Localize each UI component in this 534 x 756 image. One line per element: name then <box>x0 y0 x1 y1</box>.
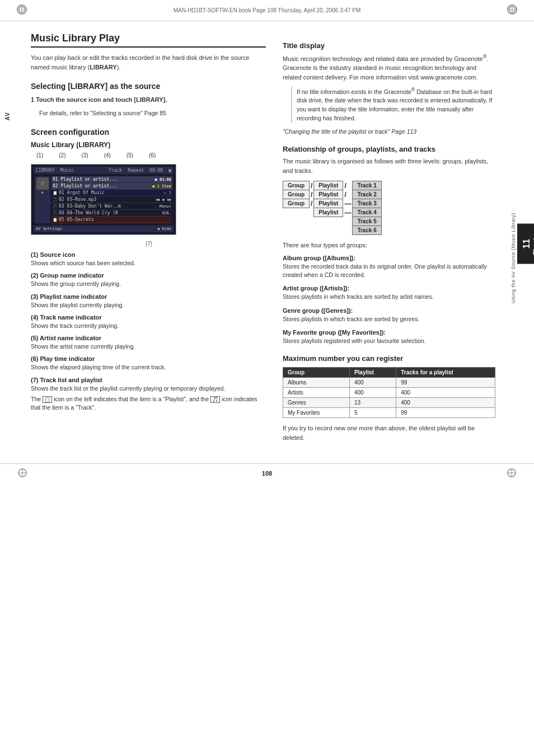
group-myfavorites: My Favorite group ([My Favorites]): Stor… <box>283 329 495 345</box>
group-albums-text: Stores the recorded track data in its or… <box>283 262 495 279</box>
label-3: (3) <box>81 152 88 158</box>
playlist-cell-2: Playlist <box>314 190 343 199</box>
playlist-cell-1: Playlist <box>314 181 343 190</box>
track-row-6: Track 6 <box>283 226 382 235</box>
file-info: MAN-HD1BT-SOFTW-EN.book Page 108 Thursda… <box>174 7 361 13</box>
item-7-desc: Shows the track list or the playlist cur… <box>31 384 266 393</box>
track-row-5: Track 5 <box>283 217 382 226</box>
track-relationship-diagram: Group / Playlist / Track 1 Group / Playl… <box>283 181 495 235</box>
diag-small-icon: ▶ <box>41 190 44 195</box>
max-cell-myfavorites-name: My Favorites <box>283 408 350 418</box>
item-3: (3) Playlist name indicator Shows the pl… <box>31 293 266 309</box>
diag-track4: 🎵 04 04—The World Cry (K SCR. <box>51 210 172 217</box>
main-title: Music Library Play <box>31 32 266 48</box>
max-cell-artists-tracks: 400 <box>396 388 495 398</box>
diag-track3: 🎵 03 03—Baby Don't War..m Menu> <box>51 203 172 210</box>
screen-config-title: Screen configuration <box>31 128 266 137</box>
max-cell-genres-name: Genres <box>283 398 350 408</box>
item-6: (6) Play time indicator Shows the elapse… <box>31 355 266 372</box>
max-cell-genres-tracks: 400 <box>396 398 495 408</box>
track-cell-1: Track 1 <box>353 181 381 190</box>
chapter-tab: 11 Chapter <box>517 224 534 264</box>
item-1-desc: Shows which source has been selected. <box>31 259 266 267</box>
item-7-desc2: The 📋 icon on the left indicates that th… <box>31 395 266 412</box>
group-cell-2: Group <box>283 190 310 199</box>
item-2-desc: Shows the group currently playing. <box>31 280 266 288</box>
side-label-right: Using the AV Source (Music Library) <box>510 213 516 303</box>
footer-text: If you try to record new one more than a… <box>283 424 495 442</box>
diagram-header-row: LIBRARY Music Track Repeat 08:08 ▣ <box>34 167 174 174</box>
track-cell-4: Track 4 <box>353 208 381 217</box>
max-cell-artists-playlist: 400 <box>349 388 396 398</box>
max-cell-albums-name: Albums <box>283 378 350 388</box>
screen-diagram: LIBRARY Music Track Repeat 08:08 ▣ ♪ ▶ <box>31 164 176 235</box>
group-genres-text: Stores playlists in which tracks are sor… <box>283 315 495 323</box>
item-6-desc: Shows the elapsed playing time of the cu… <box>31 363 266 372</box>
selecting-title: Selecting [LIBRARY] as the source <box>31 82 266 91</box>
step1-detail: For details, refer to "Selecting a sourc… <box>39 109 266 118</box>
max-cell-albums-playlist: 400 <box>349 378 396 388</box>
group-albums-title: Album group ([Albums]): <box>283 255 495 261</box>
item-4: (4) Track name indicator Shows the track… <box>31 314 266 330</box>
track-cell-2: Track 2 <box>353 190 381 199</box>
group-myfavorites-title: My Favorite group ([My Favorites]): <box>283 329 495 336</box>
track-row-1: Group / Playlist / Track 1 <box>283 181 382 190</box>
playlist-cell-3: Playlist <box>314 199 343 208</box>
diag-track5: 📋 05 05—Secrets <box>51 217 172 223</box>
max-table-header-row: Group Playlist Tracks for a playlist <box>283 368 495 378</box>
max-register-title: Maximum number you can register <box>283 354 495 363</box>
track-row-3: Group / Playlist — Track 3 <box>283 199 382 208</box>
chapter-number: 11 <box>522 232 532 256</box>
label-5: (5) <box>127 152 133 158</box>
max-cell-genres-playlist: 13 <box>349 398 396 408</box>
item-5-desc: Shows the artist name currently playing. <box>31 342 266 351</box>
max-row-genres: Genres 13 400 <box>283 398 495 408</box>
left-column: Music Library Play You can play back or … <box>31 32 266 447</box>
diag-playing-row: 01 Playlist or artist... ● 01:06 <box>51 176 172 183</box>
label-4: (4) <box>104 152 111 158</box>
diagram-number-labels: (1) (2) (3) (4) (5) (6) <box>31 152 266 158</box>
diag-icon: ▣ <box>168 168 171 173</box>
intro-bold: LIBRARY <box>90 64 116 71</box>
item-7: (7) Track list and playlist Shows the tr… <box>31 377 266 412</box>
group-cell-3: Group <box>283 199 310 208</box>
max-cell-albums-tracks: 99 <box>396 378 495 388</box>
title-display-indented: If no title information exists in the Gr… <box>291 86 495 123</box>
label-6: (6) <box>149 152 156 158</box>
title-display-text: Music recognition technology and related… <box>283 53 495 82</box>
item-1-title: (1) Source icon <box>31 251 266 258</box>
diag-track2: 🎵 02 03—Rose.mp3 ⏮ ▶ ⏭ <box>51 196 172 203</box>
max-row-myfavorites: My Favorites 5 99 <box>283 408 495 418</box>
track-table: Group / Playlist / Track 1 Group / Playl… <box>283 181 382 235</box>
bottom-bar: 108 <box>0 463 534 483</box>
intro-text: You can play back or edit the tracks rec… <box>31 53 266 72</box>
max-table-header-playlist: Playlist <box>349 368 396 378</box>
diag-hide: ◀ Hide <box>157 227 171 231</box>
title-display-heading: Title display <box>283 41 495 50</box>
relationship-heading: Relationship of groups, playlists, and t… <box>283 145 495 153</box>
item-5-title: (5) Artist name indicator <box>31 335 266 341</box>
item-3-title: (3) Playlist name indicator <box>31 293 266 300</box>
diag-tab1: Music <box>60 168 74 173</box>
max-row-albums: Albums 400 99 <box>283 378 495 388</box>
main-content: Music Library Play You can play back or … <box>0 21 534 463</box>
item-4-title: (4) Track name indicator <box>31 314 266 321</box>
track-cell-5: Track 5 <box>353 217 381 226</box>
max-table-header-group: Group <box>283 368 350 378</box>
group-cell-1: Group <box>283 181 310 190</box>
track-cell-6: Track 6 <box>353 226 381 235</box>
group-genres-title: Genre group ([Genres]): <box>283 307 495 314</box>
max-cell-artists-name: Artists <box>283 388 350 398</box>
four-types-text: There are four types of groups: <box>283 241 495 250</box>
label-2: (2) <box>59 152 65 158</box>
title-display-ref: "Changing the title of the playlist or t… <box>283 128 495 137</box>
diag-playing-row2: 02 Playlist or artist... ● 1 Item <box>51 183 172 190</box>
item-1: (1) Source icon Shows which source has b… <box>31 251 266 267</box>
page-container: MAN-HD1BT-SOFTW-EN.book Page 108 Thursda… <box>0 0 534 756</box>
numbered-items-list: (1) Source icon Shows which source has b… <box>31 251 266 412</box>
track-row-4: Playlist — Track 4 <box>283 208 382 217</box>
corner-mark-tr <box>507 4 517 15</box>
track-cell-3: Track 3 <box>353 199 381 208</box>
item-5: (5) Artist name indicator Shows the arti… <box>31 335 266 351</box>
max-table-header-tracks: Tracks for a playlist <box>396 368 495 378</box>
